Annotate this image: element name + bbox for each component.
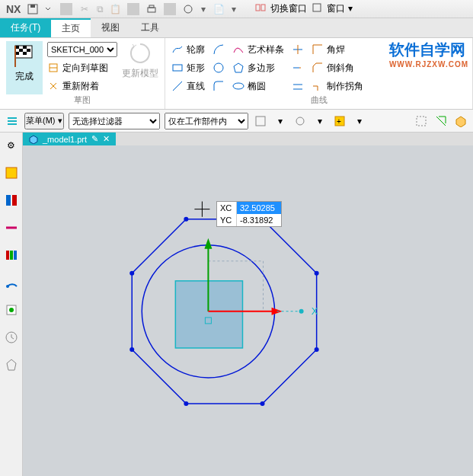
orient-button[interactable]: 定向到草图	[47, 59, 117, 76]
ribbon-group-sketch: 完成 SKETCH_000 定向到草图 重新附着 更新模型 草图	[0, 38, 165, 109]
title-right: 切换窗口 窗口 ▾	[255, 2, 352, 15]
part-navigator-icon[interactable]	[3, 165, 20, 181]
modified-icon: ✎	[91, 134, 98, 144]
trim-button[interactable]	[292, 41, 304, 58]
corner-button[interactable]: 角焊	[312, 41, 363, 58]
switch-window-button[interactable]: 切换窗口	[270, 2, 307, 15]
finish-button[interactable]: 完成	[6, 41, 43, 94]
tab-view[interactable]: 视图	[91, 18, 130, 37]
shaded-icon[interactable]	[453, 113, 468, 129]
ribbon-group-curve: 轮廓 矩形 直线 艺术样条 多边形 椭圆 角焊 倒斜角	[165, 38, 473, 109]
window-menu-button[interactable]: 窗口 ▾	[327, 2, 352, 15]
copy-icon[interactable]: ⧉	[94, 3, 106, 15]
svg-point-4	[184, 5, 192, 13]
offset-button[interactable]	[292, 78, 304, 94]
ellipse-button[interactable]: 椭圆	[232, 78, 284, 94]
separator	[127, 3, 139, 15]
polygon-button[interactable]: 多边形	[232, 59, 284, 76]
switch-window-icon[interactable]	[255, 2, 266, 15]
constraint-navigator-icon[interactable]	[3, 219, 20, 236]
svg-rect-2	[148, 8, 155, 12]
svg-rect-26	[256, 117, 265, 126]
type-filter-select[interactable]: 无选择过滤器	[69, 113, 160, 129]
filter-icon-5[interactable]: ▾	[352, 113, 367, 129]
filter-icon-2[interactable]: ▾	[273, 113, 288, 129]
quick-access-toolbar: ✂ ⧉ 📋 ▾ 📄 ▾	[27, 3, 240, 15]
svg-rect-1	[30, 5, 35, 8]
update-icon	[128, 41, 152, 65]
svg-rect-17	[173, 65, 182, 71]
profile-button[interactable]: 轮廓	[171, 41, 205, 58]
update-model-button[interactable]: 更新模型	[122, 41, 158, 94]
close-tab-icon[interactable]: ✕	[103, 134, 110, 144]
rectangle-button[interactable]: 矩形	[171, 59, 205, 76]
save-dropdown-icon[interactable]	[42, 3, 54, 15]
ribbon: 软件自学网 WWW.RJZXW.COM 完成 SKETCH_000 定向到草图 …	[0, 38, 473, 110]
hd3d-icon[interactable]	[3, 274, 20, 291]
display-icon[interactable]	[433, 113, 449, 129]
menu-button[interactable]: 菜单(M) ▾	[24, 113, 64, 129]
arc-button[interactable]	[213, 41, 225, 58]
makecorner-button[interactable]: 制作拐角	[312, 78, 363, 94]
dynamic-input[interactable]: XC 32.50285 YC -8.31892	[216, 201, 282, 227]
menu-icon[interactable]	[5, 113, 20, 129]
reuse-library-icon[interactable]	[3, 247, 20, 264]
filter-icon-3[interactable]	[292, 113, 308, 129]
extend-button[interactable]	[292, 59, 304, 76]
file-tabs: _model1.prt ✎ ✕	[23, 133, 473, 145]
tab-task[interactable]: 任务(T)	[0, 18, 51, 37]
print-icon[interactable]	[145, 3, 158, 15]
xc-label: XC	[217, 202, 237, 214]
svg-rect-33	[12, 195, 17, 206]
svg-point-49	[129, 271, 134, 276]
scope-filter-select[interactable]: 仅在工作部件内	[165, 113, 248, 129]
svg-rect-12	[27, 49, 30, 52]
svg-rect-7	[313, 4, 321, 11]
rectangle-shape[interactable]	[175, 281, 242, 348]
graphics-canvas[interactable]: X XC 32.50285 YC -8.31892	[23, 145, 473, 476]
svg-point-47	[184, 401, 188, 406]
filter-icon-4[interactable]: ▾	[312, 113, 328, 129]
tab-tools[interactable]: 工具	[130, 18, 170, 37]
fillet-button[interactable]	[213, 78, 225, 94]
settings-icon[interactable]: ⚙	[3, 137, 20, 154]
paste-icon[interactable]: 📋	[109, 3, 121, 15]
yc-value[interactable]: -8.31892	[237, 214, 281, 226]
svg-point-27	[296, 117, 304, 125]
spline-button[interactable]: 艺术样条	[232, 41, 284, 58]
box-select-icon[interactable]	[414, 113, 429, 129]
main-area: _model1.prt ✎ ✕	[23, 133, 473, 476]
save-icon[interactable]	[27, 3, 39, 15]
sketch-selector[interactable]: SKETCH_000	[47, 42, 117, 57]
reattach-button[interactable]: 重新附着	[47, 78, 117, 94]
assembly-navigator-icon[interactable]	[3, 192, 20, 209]
browser-icon[interactable]	[3, 302, 20, 318]
highlight-icon[interactable]: +	[332, 113, 347, 129]
dropdown-icon[interactable]: ▾	[197, 3, 209, 15]
svg-point-53	[299, 309, 304, 314]
circle-button[interactable]	[213, 59, 225, 76]
tab-home[interactable]: 主页	[51, 18, 91, 37]
resource-bar: ⚙	[0, 133, 23, 476]
xc-value[interactable]: 32.50285	[237, 202, 281, 214]
dropdown-icon[interactable]: ▾	[228, 3, 240, 15]
svg-point-21	[233, 83, 244, 89]
history-icon[interactable]	[3, 329, 20, 346]
svg-rect-35	[6, 251, 9, 260]
finish-flag-icon	[12, 44, 37, 69]
filter-icon-1[interactable]	[253, 113, 268, 129]
window-menu-icon[interactable]	[312, 2, 322, 15]
svg-rect-6	[261, 5, 265, 11]
file-tab[interactable]: _model1.prt ✎ ✕	[23, 133, 116, 145]
circle-tool-icon[interactable]	[182, 3, 194, 15]
group-label: 草图	[6, 94, 158, 106]
roles-icon[interactable]	[3, 356, 20, 373]
line-button[interactable]: 直线	[171, 78, 205, 94]
yc-label: YC	[217, 214, 237, 226]
paste-special-icon[interactable]: 📄	[213, 3, 225, 15]
chamfer-button[interactable]: 倒斜角	[312, 59, 363, 76]
cut-icon[interactable]: ✂	[78, 3, 91, 15]
svg-rect-30	[417, 117, 426, 126]
svg-rect-31	[6, 168, 17, 178]
sketch-svg: X	[23, 145, 473, 476]
